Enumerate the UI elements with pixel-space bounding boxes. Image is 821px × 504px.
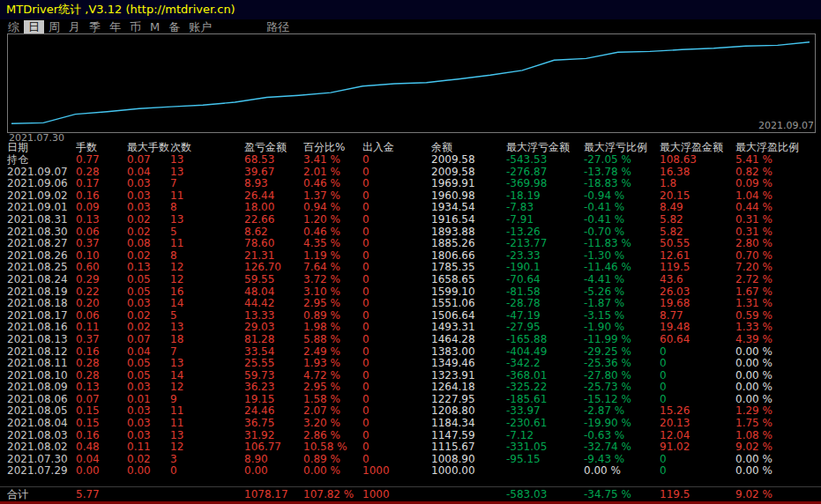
table-cell: 1000 <box>362 465 431 478</box>
table-row[interactable]: 2021.08.190.220.051648.043.10 %01599.10-… <box>0 286 821 299</box>
table-row[interactable]: 2021.08.160.110.021329.031.98 %01493.31-… <box>0 322 821 334</box>
table-cell: 2009.58 <box>431 167 506 179</box>
menu-item-7[interactable]: M <box>146 20 164 34</box>
table-cell: 2021.09.01 <box>7 202 76 214</box>
table-cell: 2021.07.30 <box>7 454 76 466</box>
table-cell: 0.00 <box>244 465 303 478</box>
table-row[interactable]: 2021.08.120.160.04733.542.49 %01383.00-4… <box>0 346 821 359</box>
table-cell: 0.11 <box>76 322 127 334</box>
table-row[interactable]: 2021.08.240.290.051259.553.72 %01658.65-… <box>0 274 821 286</box>
table-cell: 1.19 % <box>303 250 362 263</box>
table-row[interactable]: 持仓0.770.071368.533.41 %02009.58-543.53-2… <box>0 154 821 167</box>
table-cell: 12 <box>170 262 244 274</box>
table-cell: 0.17 <box>76 178 127 190</box>
table-cell: 0.37 <box>76 238 127 250</box>
table-cell: 0 <box>362 394 431 406</box>
table-cell: 1.75 % <box>735 418 821 430</box>
table-cell: -7.12 <box>506 430 584 442</box>
table-cell: 8 <box>170 250 244 263</box>
table-row[interactable]: 2021.09.010.090.03818.000.94 %01934.54-7… <box>0 202 821 214</box>
table-cell: 13.33 <box>244 310 303 322</box>
table-cell: -2.87 % <box>584 405 660 418</box>
table-cell: 2021.08.19 <box>7 286 76 299</box>
table-row[interactable]: 2021.08.130.370.071881.285.88 %01464.28-… <box>0 334 821 346</box>
table-cell: 13 <box>170 154 244 167</box>
table-cell: 0.46 % <box>303 226 362 239</box>
table-cell: -13.26 <box>506 226 584 239</box>
table-cell: 12 <box>170 441 244 454</box>
menu-item-4[interactable]: 季 <box>85 20 105 34</box>
table-header-row: 日期手数最大手数次数盈亏金额百分比%出入金余额最大浮亏金额最大浮亏比例最大浮盈金… <box>0 142 821 154</box>
table-cell: 0.29 <box>76 274 127 286</box>
table-cell: 0.00 % <box>735 358 821 370</box>
table-row[interactable]: 2021.09.020.160.031126.441.37 %01960.98-… <box>0 190 821 203</box>
table-row[interactable]: 2021.08.110.280.051325.551.93 %01349.46-… <box>0 358 821 370</box>
table-cell: 0 <box>362 310 431 322</box>
table-cell: 0.77 <box>76 154 127 167</box>
table-cell: 0.03 <box>127 430 170 442</box>
menu-item-9[interactable]: 账户 <box>184 20 216 34</box>
menu-item-5[interactable]: 年 <box>105 20 125 34</box>
table-row[interactable]: 2021.07.300.040.0238.900.89 %01008.90-95… <box>0 454 821 466</box>
table-cell: 1493.31 <box>431 322 506 334</box>
table-row[interactable]: 2021.07.290.000.0000.000.00 %10001000.00… <box>0 465 821 478</box>
table-cell: -0.41 % <box>584 214 660 226</box>
table-row[interactable]: 2021.08.050.150.031124.462.07 %01208.80-… <box>0 405 821 418</box>
table-row[interactable]: 2021.09.070.280.041339.672.01 %02009.58-… <box>0 167 821 179</box>
table-row[interactable]: 2021.08.310.130.021322.661.20 %01916.54-… <box>0 214 821 226</box>
table-cell: 0 <box>362 441 431 454</box>
table-row[interactable]: 2021.08.060.070.01919.151.58 %01227.95-1… <box>0 394 821 406</box>
table-row[interactable]: 2021.08.030.160.031331.922.86 %01147.59-… <box>0 430 821 442</box>
table-row[interactable]: 2021.08.040.150.031136.753.20 %01184.34-… <box>0 418 821 430</box>
table-cell: 1227.95 <box>431 394 506 406</box>
menu-item-2[interactable]: 周 <box>44 20 64 34</box>
chart-end-date-label: 2021.09.07 <box>758 120 814 131</box>
table-row[interactable]: 2021.08.270.370.081178.604.35 %01885.26-… <box>0 238 821 250</box>
table-row[interactable]: 2021.08.180.200.031444.422.95 %01551.06-… <box>0 298 821 310</box>
table-row[interactable]: 2021.08.170.060.02513.330.89 %01506.64-4… <box>0 310 821 322</box>
table-cell: 13 <box>170 430 244 442</box>
table-row[interactable]: 2021.08.250.600.1312126.707.64 %01785.35… <box>0 262 821 274</box>
menu-bar: 综日周月季年币M备账户 路径 <box>0 19 821 34</box>
table-cell: 12 <box>170 382 244 394</box>
table-cell: -0.70 % <box>584 226 660 239</box>
table-cell: -47.19 <box>506 310 584 322</box>
table-cell: 0 <box>362 430 431 442</box>
menu-item-6[interactable]: 币 <box>125 20 146 34</box>
menu-item-1[interactable]: 日 <box>24 20 44 34</box>
table-cell: 36.23 <box>244 382 303 394</box>
table-row[interactable]: 2021.08.300.060.0258.620.46 %01893.88-13… <box>0 226 821 239</box>
table-row[interactable]: 2021.08.260.100.02821.311.19 %01806.66-2… <box>0 250 821 263</box>
menu-item-3[interactable]: 月 <box>64 20 85 34</box>
table-cell: 48.04 <box>244 286 303 299</box>
column-header: 最大浮盈金额 <box>660 142 735 154</box>
table-cell: 0.00 % <box>735 454 821 466</box>
menu-item-path[interactable]: 路径 <box>262 20 294 34</box>
table-cell: 25.55 <box>244 358 303 370</box>
table-cell: 0 <box>362 202 431 214</box>
table-cell: -1.90 % <box>584 322 660 334</box>
table-cell: -29.25 % <box>584 346 660 359</box>
table-cell: 0.05 <box>127 370 170 382</box>
table-cell: 5 <box>170 226 244 239</box>
table-cell: -368.01 <box>506 370 584 382</box>
table-row[interactable]: 2021.08.090.130.031236.232.95 %01264.18-… <box>0 382 821 394</box>
table-cell: 19.68 <box>660 298 735 310</box>
menu-item-8[interactable]: 备 <box>164 20 184 34</box>
table-row[interactable]: 2021.09.060.170.0378.930.46 %01969.91-36… <box>0 178 821 190</box>
table-cell: 0.89 % <box>303 454 362 466</box>
table-cell: 0.13 <box>76 382 127 394</box>
table-cell: -0.94 % <box>584 190 660 203</box>
table-cell: 1.33 % <box>735 322 821 334</box>
equity-chart <box>7 33 816 133</box>
table-cell: 0 <box>362 190 431 203</box>
table-row[interactable]: 2021.08.100.280.051459.734.72 %01323.91-… <box>0 370 821 382</box>
table-row[interactable]: 2021.08.020.480.1112106.7710.58 %01115.6… <box>0 441 821 454</box>
table-cell: 0.82 % <box>735 167 821 179</box>
table-cell: 22.66 <box>244 214 303 226</box>
table-cell: 2.49 % <box>303 346 362 359</box>
table-cell: 2009.58 <box>431 154 506 167</box>
menu-item-0[interactable]: 综 <box>4 20 24 34</box>
table-cell: 0.07 <box>127 334 170 346</box>
table-cell: 1934.54 <box>431 202 506 214</box>
